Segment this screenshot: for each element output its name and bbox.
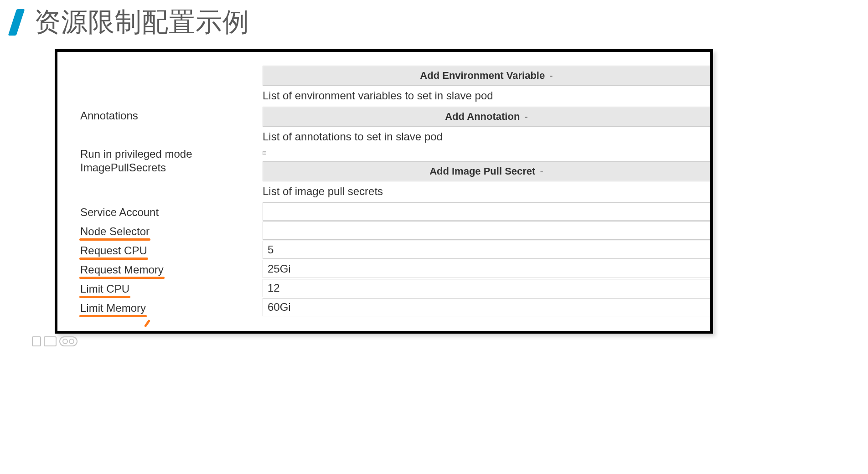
title-accent-bar [8, 9, 25, 36]
row-request-memory: Request Memory [80, 260, 710, 278]
label-empty [80, 66, 263, 68]
config-panel: Add Environment Variable - List of envir… [55, 49, 713, 334]
limit-memory-input[interactable] [263, 298, 710, 316]
add-annotation-label: Add Annotation [445, 111, 520, 122]
label-privileged: Run in privileged mode [80, 148, 263, 160]
env-variable-helper: List of environment variables to set in … [263, 89, 710, 102]
row-service-account: Service Account [80, 202, 710, 221]
slide-title-row: 资源限制配置示例 [7, 5, 859, 40]
service-account-input[interactable] [263, 202, 710, 221]
label-node-selector: Node Selector [80, 225, 150, 238]
label-limit-cpu: Limit CPU [80, 283, 129, 295]
add-image-pull-secret-button[interactable]: Add Image Pull Secret - [263, 161, 710, 181]
row-annotations: Annotations Add Annotation - List of ann… [80, 107, 710, 145]
request-cpu-input[interactable] [263, 241, 710, 259]
row-limit-memory: Limit Memory [80, 298, 710, 316]
limit-cpu-input[interactable] [263, 279, 710, 297]
row-image-pull-secrets: ImagePullSecrets Add Image Pull Secret -… [80, 161, 710, 200]
view-mode-icon[interactable] [44, 336, 57, 346]
label-service-account: Service Account [80, 204, 263, 219]
label-limit-memory: Limit Memory [80, 302, 146, 314]
add-annotation-button[interactable]: Add Annotation - [263, 107, 710, 127]
recorder-icon[interactable] [59, 336, 78, 346]
bottom-toolbar-icons [32, 336, 859, 346]
label-request-memory: Request Memory [80, 263, 164, 276]
row-request-cpu: Request CPU [80, 241, 710, 259]
annotations-helper: List of annotations to set in slave pod [263, 130, 710, 143]
privileged-checkbox[interactable] [263, 151, 266, 155]
add-image-pull-secret-label: Add Image Pull Secret [429, 165, 535, 177]
label-annotations: Annotations [80, 107, 263, 122]
slide-title: 资源限制配置示例 [34, 5, 249, 40]
dropdown-caret-icon: - [524, 111, 527, 122]
add-environment-variable-label: Add Environment Variable [420, 70, 545, 81]
label-request-cpu: Request CPU [80, 244, 147, 257]
add-environment-variable-button[interactable]: Add Environment Variable - [263, 66, 710, 86]
row-env-variable: Add Environment Variable - List of envir… [80, 66, 710, 104]
label-image-pull-secrets: ImagePullSecrets [80, 161, 263, 174]
node-selector-input[interactable] [263, 222, 710, 240]
image-pull-secrets-helper: List of image pull secrets [263, 185, 710, 198]
row-node-selector: Node Selector [80, 222, 710, 240]
dropdown-caret-icon: - [540, 165, 543, 177]
dropdown-caret-icon: - [549, 70, 553, 81]
row-privileged: Run in privileged mode [80, 148, 710, 160]
view-mode-icon[interactable] [32, 336, 41, 346]
row-limit-cpu: Limit CPU [80, 279, 710, 297]
request-memory-input[interactable] [263, 260, 710, 278]
